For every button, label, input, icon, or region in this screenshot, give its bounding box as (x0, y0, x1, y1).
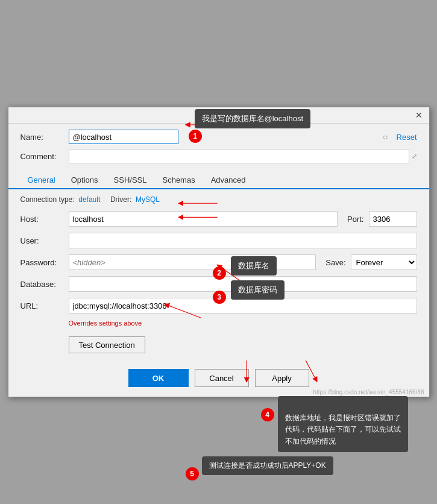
host-label: Host: (20, 215, 69, 224)
badge-2: 2 (213, 266, 226, 280)
connection-info: Connection type: default Driver: MySQL (20, 195, 417, 204)
comment-input[interactable] (69, 149, 409, 163)
connection-type-label: Connection type: (20, 195, 75, 204)
close-button[interactable]: ✕ (413, 110, 424, 121)
dialog-wrapper: ✕ Name: ○ Reset Comment: ⤢ General Optio… (8, 107, 430, 397)
user-label: User: (20, 236, 69, 245)
tab-advanced[interactable]: Advanced (204, 172, 253, 188)
driver-label: Driver: (110, 195, 131, 204)
tab-sshssl[interactable]: SSH/SSL (107, 172, 154, 188)
tab-options[interactable]: Options (64, 172, 105, 188)
title-bar: ✕ (8, 107, 429, 124)
host-port-row: Host: Port: (20, 211, 417, 227)
test-connection-button[interactable]: Test Connection (69, 336, 145, 353)
tab-schemas[interactable]: Schemas (155, 172, 202, 188)
dialog: ✕ Name: ○ Reset Comment: ⤢ General Optio… (8, 107, 430, 397)
badge-4: 4 (261, 408, 274, 421)
expand-icon[interactable]: ⤢ (412, 153, 417, 160)
tab-general[interactable]: General (20, 172, 63, 189)
overrides-text: Overrides settings above (69, 320, 417, 327)
name-input[interactable] (69, 130, 178, 144)
connection-type-value: default (78, 195, 100, 204)
comment-row: Comment: ⤢ (20, 149, 417, 163)
comment-label: Comment: (20, 152, 69, 161)
host-input[interactable] (69, 211, 338, 227)
name-input-wrap: ○ (69, 130, 391, 144)
apply-button[interactable]: Apply (255, 369, 309, 387)
port-label: Port: (347, 215, 363, 224)
reset-link[interactable]: Reset (397, 133, 417, 142)
annotation-bubble-4: 数据库地址，我是报时区错误就加了 代码，代码贴在下面了，可以先试试 不加代码的情… (278, 396, 408, 452)
password-input[interactable] (69, 254, 316, 270)
cancel-button[interactable]: Cancel (195, 369, 249, 387)
database-label: Database: (20, 280, 69, 289)
annotation-bubble-5: 测试连接是否成功成功后APPLY+OK (202, 456, 333, 475)
url-label: URL: (20, 301, 69, 310)
user-row: User: (20, 233, 417, 248)
watermark: https://blog.csdn.net/weixin_45554166/88 (313, 389, 424, 395)
password-label: Password: (20, 258, 69, 267)
save-select[interactable]: Forever Session Never (351, 254, 417, 270)
name-clear-icon[interactable]: ○ (383, 132, 388, 142)
badge-5: 5 (186, 467, 199, 480)
form-area: Name: ○ Reset Comment: ⤢ (8, 124, 429, 172)
badge-3: 3 (213, 291, 226, 304)
name-label: Name: (20, 133, 69, 142)
database-input[interactable] (69, 276, 417, 292)
save-label: Save: (325, 258, 345, 267)
driver-value: MySQL (136, 195, 160, 204)
ok-button[interactable]: OK (128, 369, 189, 387)
url-input[interactable] (69, 298, 417, 313)
port-input[interactable] (369, 211, 417, 227)
user-input[interactable] (69, 233, 417, 248)
name-row: Name: ○ Reset (20, 130, 417, 144)
badge-1: 1 (189, 130, 202, 143)
tabs: General Options SSH/SSL Schemas Advanced (8, 172, 429, 189)
